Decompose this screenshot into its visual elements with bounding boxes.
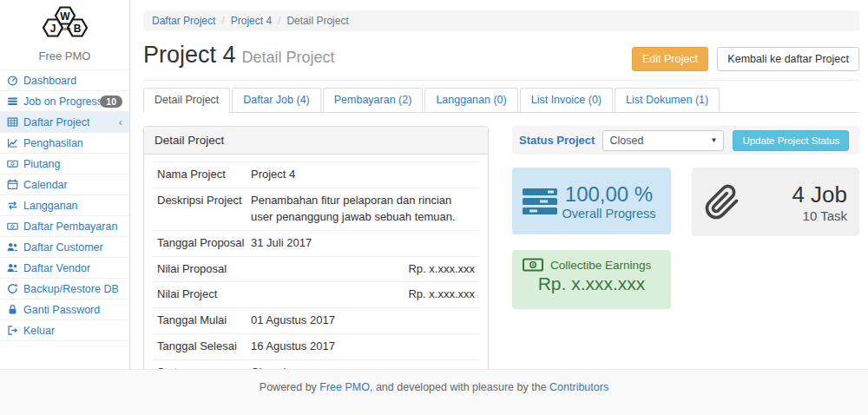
sidebar-item-dashboard[interactable]: Dashboard (0, 70, 129, 91)
update-project-status-button[interactable]: Update Project Status (733, 130, 849, 151)
sidebar-item-daftar-customer[interactable]: Daftar Customer (0, 237, 129, 258)
sidebar-item-label: Calendar (23, 179, 68, 191)
breadcrumb: Daftar Project / Project 4 / Detail Proj… (143, 10, 859, 31)
sidebar-item-label: Keluar (23, 325, 55, 337)
chevron-left-icon: ‹ (119, 116, 122, 128)
jobs-count: 4 Job (740, 181, 847, 208)
sidebar-item-label: Daftar Project (23, 116, 89, 128)
earnings-value: Rp. x.xxx.xxx (523, 273, 661, 294)
footer: Powered by Free PMO, and developed with … (0, 369, 868, 415)
sidebar-item-job-on-progress[interactable]: Job on Progress 10 (0, 91, 129, 112)
table-row: Deskripsi Project Penambahan fitur pelap… (153, 188, 479, 231)
sidebar-item-backup-restore-db[interactable]: Backup/Restore DB (0, 279, 129, 300)
users-icon (7, 262, 18, 273)
paperclip-icon (704, 184, 740, 221)
table-row: Nilai Proposal Rp. x.xxx.xxx (153, 257, 479, 283)
table-icon (7, 116, 18, 128)
sidebar-item-label: Daftar Pembayaran (23, 221, 117, 233)
overall-progress-widget: 100,00 % Overall Progress (512, 168, 671, 234)
svg-text:W: W (60, 10, 70, 23)
svg-text:.com: .com (59, 26, 70, 31)
footer-text: , and developed with pleasure by the (370, 381, 549, 393)
brand-name: Free PMO (0, 47, 129, 69)
sign-out-icon (7, 325, 18, 336)
sidebar-item-penghasilan[interactable]: Penghasilan (0, 133, 129, 154)
edit-project-button[interactable]: Edit Project (632, 47, 708, 71)
tab-detail-project[interactable]: Detail Project (143, 88, 230, 113)
chart-line-icon (7, 137, 18, 148)
app-window: J W B .com Free PMO Dashboard Job on Pro… (0, 0, 868, 415)
sidebar-item-keluar[interactable]: Keluar (0, 320, 129, 341)
tab-daftar-job[interactable]: Daftar Job (4) (232, 88, 320, 112)
dashboard-icon (7, 75, 18, 86)
sidebar-item-calendar[interactable]: Calendar (0, 175, 129, 195)
breadcrumb-separator: / (278, 15, 280, 27)
sync-icon (7, 283, 18, 294)
sidebar-item-ganti-password[interactable]: Ganti Password (0, 300, 129, 320)
page-title: Project 4 (143, 42, 236, 68)
progress-label: Overall Progress (557, 207, 661, 221)
sidebar-item-label: Ganti Password (23, 304, 100, 316)
sidebar-item-label: Langganan (23, 200, 78, 212)
caret-down-icon: ▼ (711, 136, 718, 144)
breadcrumb-link-daftar-project[interactable]: Daftar Project (152, 15, 215, 27)
sidebar-item-label: Piutang (23, 158, 60, 170)
svg-text:J: J (49, 23, 56, 35)
money-icon (7, 158, 18, 169)
status-select[interactable]: Closed ▼ (602, 130, 724, 151)
job-count-badge: 10 (100, 96, 122, 108)
tab-pembayaran[interactable]: Pembayaran (2) (323, 88, 424, 112)
table-row: Tanggal Selesai 16 Agustus 2017 (153, 334, 479, 360)
exchange-icon (7, 200, 18, 211)
earnings-label: Collectibe Earnings (550, 259, 651, 272)
sidebar-item-label: Dashboard (23, 75, 76, 87)
collectible-earnings-widget: Collectibe Earnings Rp. x.xxx.xxx (512, 250, 671, 309)
svg-text:B: B (73, 23, 81, 35)
status-select-value: Closed (609, 135, 643, 147)
jwb-logo-icon: J W B .com (31, 5, 99, 43)
lock-icon (7, 304, 18, 315)
main-content: Daftar Project / Project 4 / Detail Proj… (131, 0, 868, 369)
breadcrumb-link-project-4[interactable]: Project 4 (231, 15, 272, 27)
panel-title: Detail Project (144, 127, 488, 155)
sidebar: J W B .com Free PMO Dashboard Job on Pro… (0, 0, 130, 369)
brand-logo: J W B .com Free PMO (0, 0, 129, 69)
sidebar-item-langganan[interactable]: Langganan (0, 195, 129, 216)
sidebar-item-label: Daftar Vendor (23, 262, 90, 274)
calendar-icon (7, 179, 18, 190)
money-icon (7, 221, 18, 232)
contributors-link[interactable]: Contributors (549, 381, 608, 393)
tasks-icon (523, 188, 557, 214)
list-icon (7, 96, 18, 107)
free-pmo-link[interactable]: Free PMO (319, 381, 370, 393)
sidebar-item-label: Daftar Customer (23, 241, 103, 254)
back-to-project-list-button[interactable]: Kembali ke daftar Project (717, 47, 859, 71)
table-row: Nama Project Project 4 (153, 161, 479, 188)
table-row: Nilai Project Rp. x.xxx.xxx (153, 282, 479, 308)
footer-text: Powered by (260, 381, 319, 393)
tab-list-dokumen[interactable]: List Dokumen (1) (615, 88, 720, 112)
tab-langganan[interactable]: Langganan (0) (424, 88, 517, 112)
breadcrumb-separator: / (221, 15, 224, 27)
sidebar-item-label: Penghasilan (23, 137, 83, 149)
status-project-bar: Status Project Closed ▼ Update Project S… (512, 126, 859, 155)
users-icon (7, 241, 18, 253)
page-subtitle: Detail Project (242, 49, 335, 66)
table-row: Tanggal Proposal 31 Juli 2017 (153, 231, 479, 257)
page-header: Project 4Detail Project Edit Project Kem… (143, 31, 859, 81)
status-project-label: Status Project (519, 134, 595, 147)
tasks-count: 10 Task (740, 208, 847, 223)
sidebar-item-daftar-project[interactable]: Daftar Project ‹ (0, 112, 129, 133)
breadcrumb-current: Detail Project (286, 15, 348, 27)
sidebar-item-label: Backup/Restore DB (23, 283, 119, 295)
sidebar-item-piutang[interactable]: Piutang (0, 154, 129, 175)
money-bill-icon (523, 258, 543, 272)
table-row: Tanggal Mulai 01 Agustus 2017 (153, 308, 479, 334)
progress-value: 100,00 % (557, 182, 661, 207)
tab-list-invoice[interactable]: List Invoice (0) (520, 88, 613, 112)
sidebar-item-daftar-vendor[interactable]: Daftar Vendor (0, 258, 129, 279)
sidebar-item-daftar-pembayaran[interactable]: Daftar Pembayaran (0, 216, 129, 237)
sidebar-menu: Dashboard Job on Progress 10 Daftar Proj… (0, 69, 129, 341)
tab-bar: Detail Project Daftar Job (4) Pembayaran… (143, 88, 859, 113)
sidebar-item-label: Job on Progress (23, 96, 100, 108)
